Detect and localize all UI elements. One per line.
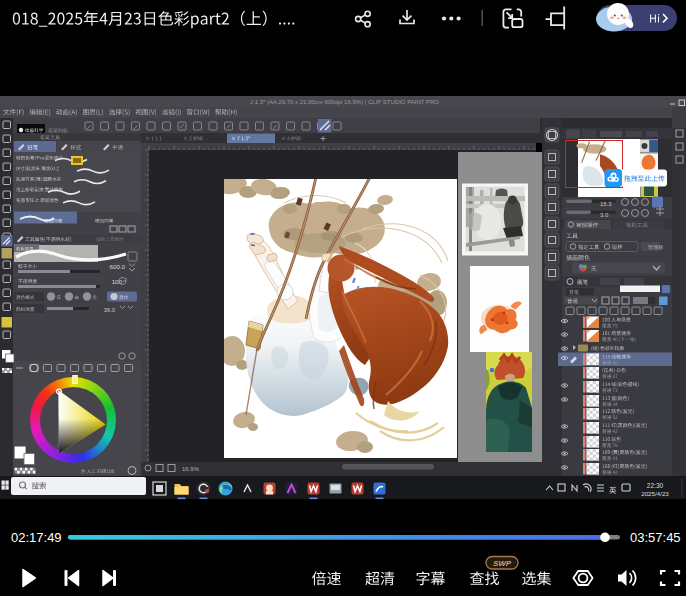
- svg-text:02:17:49: 02:17:49: [11, 530, 62, 545]
- svg-text:3.0: 3.0: [600, 212, 609, 218]
- svg-text:600.0: 600.0: [110, 263, 126, 270]
- svg-text:15.3: 15.3: [600, 201, 612, 207]
- svg-text:2025/4/23: 2025/4/23: [641, 490, 669, 497]
- svg-text:36.0: 36.0: [104, 307, 115, 313]
- svg-text:16.9%: 16.9%: [182, 466, 200, 472]
- svg-text:22:30: 22:30: [647, 482, 664, 489]
- svg-text:100: 100: [112, 278, 123, 285]
- svg-text:03:57:45: 03:57:45: [630, 530, 681, 545]
- svg-text:SWP: SWP: [493, 559, 512, 568]
- svg-text:J 1.3* (AA 29.70 x 21.00cm 600: J 1.3* (AA 29.70 x 21.00cm 600dpi 16.9%)…: [250, 99, 439, 105]
